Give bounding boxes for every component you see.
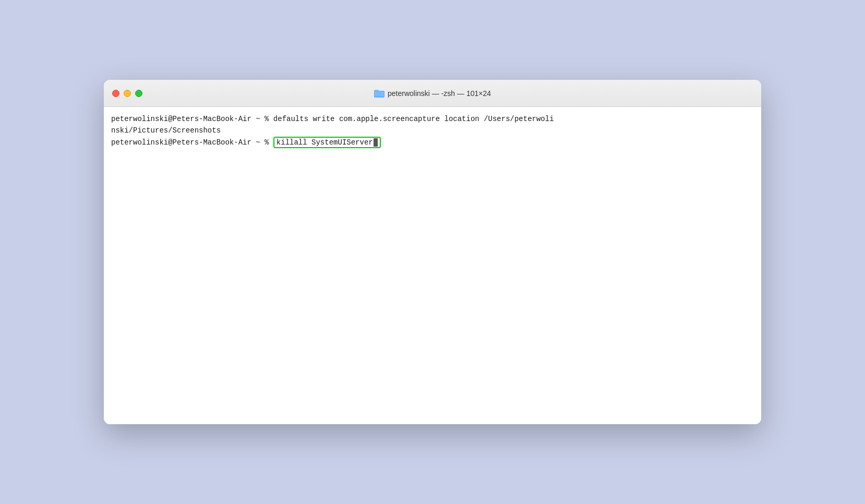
terminal-line-1b: nski/Pictures/Screenshots (111, 125, 754, 136)
terminal-window: peterwolinski — -zsh — 101×24 peterwolin… (104, 80, 761, 424)
highlighted-command: killall SystemUIServer (273, 137, 381, 148)
cursor (374, 138, 378, 147)
prompt-1: peterwolinski@Peters-MacBook-Air ~ % (111, 115, 273, 123)
title-text: peterwolinski — -zsh — 101×24 (388, 89, 491, 98)
minimize-button[interactable] (124, 90, 131, 97)
command-2: killall SystemUIServer (277, 138, 373, 147)
close-button[interactable] (112, 90, 119, 97)
title-bar: peterwolinski — -zsh — 101×24 (104, 80, 761, 107)
command-1: defaults write com.apple.screencapture l… (273, 115, 554, 123)
window-title: peterwolinski — -zsh — 101×24 (374, 89, 491, 98)
terminal-line-2: peterwolinski@Peters-MacBook-Air ~ % kil… (111, 137, 754, 148)
terminal-line-1: peterwolinski@Peters-MacBook-Air ~ % def… (111, 113, 754, 125)
prompt-2: peterwolinski@Peters-MacBook-Air ~ % (111, 138, 273, 147)
maximize-button[interactable] (135, 90, 142, 97)
terminal-body[interactable]: peterwolinski@Peters-MacBook-Air ~ % def… (104, 107, 761, 424)
command-1-cont: nski/Pictures/Screenshots (111, 126, 221, 135)
traffic-lights (112, 90, 142, 97)
svg-rect-3 (375, 91, 384, 97)
folder-icon (374, 89, 385, 98)
